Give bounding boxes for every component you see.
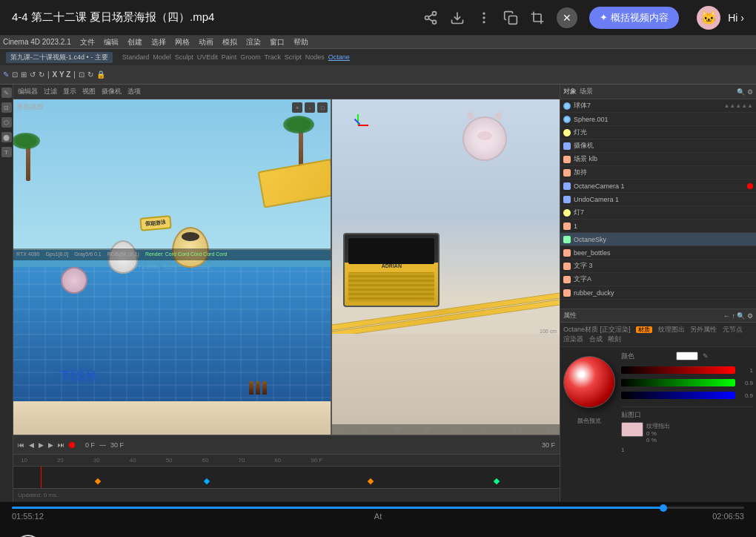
menu-create[interactable]: 创建: [127, 37, 142, 47]
texture-label: 贴图口: [621, 411, 641, 418]
menu-help[interactable]: 帮助: [294, 37, 308, 47]
toolbar-icon-1[interactable]: ✎: [3, 70, 9, 79]
timeline-end[interactable]: ⏭: [58, 441, 64, 449]
menu-cinema4d[interactable]: Cinema 4D 2023.2.1: [3, 38, 71, 46]
vp-frame-label: V: 0: [548, 427, 557, 432]
toolbar-move[interactable]: X Y Z: [53, 70, 71, 79]
obj-item-light[interactable]: 灯光: [560, 126, 756, 139]
keyframe-4[interactable]: [493, 478, 499, 484]
obj-item-grp1[interactable]: 1: [560, 220, 756, 233]
obj-item-light7[interactable]: 灯7: [560, 206, 756, 220]
left-panel-icon-2[interactable]: ⊡: [1, 102, 12, 113]
left-panel-icon-4[interactable]: ⬤: [1, 132, 12, 142]
render-info-bar: RTX 4090 Gpu1[8,0] Gray5/6 0.1 RGB(64,18…: [13, 248, 331, 260]
hi-button[interactable]: Hi ›: [728, 12, 744, 24]
menu-render[interactable]: 渲染: [246, 37, 261, 47]
viewport-menu-filter[interactable]: 过滤: [44, 87, 57, 96]
panel-tab-scene[interactable]: 场景: [580, 87, 593, 96]
share-button[interactable]: [423, 10, 438, 25]
obj-item-sphere001[interactable]: Sphere.001: [560, 113, 756, 126]
edit-color-icon[interactable]: ✎: [703, 352, 709, 360]
menu-animate[interactable]: 动画: [199, 37, 213, 47]
viewport-menu-editor[interactable]: 编辑器: [18, 87, 38, 96]
attr-preview-col: 颜色预览: [563, 350, 615, 453]
record-btn[interactable]: [69, 442, 75, 448]
obj-item-beer[interactable]: beer_bottles: [560, 246, 756, 260]
left-panel-icon-3[interactable]: ⬡: [1, 117, 12, 128]
vp-ctrl-1[interactable]: +: [292, 102, 302, 113]
green-bar[interactable]: [621, 379, 735, 386]
timeline-rewind[interactable]: ⏮: [18, 441, 24, 449]
progress-thumb[interactable]: [660, 504, 667, 512]
toolbar-rotate[interactable]: ↻: [87, 70, 93, 79]
toolbar-icon-3[interactable]: ⊞: [21, 70, 27, 79]
blue-bar[interactable]: [621, 392, 735, 399]
texture-thumb[interactable]: [621, 422, 643, 437]
obj-item-octanesky[interactable]: OctaneSky: [560, 233, 756, 246]
keyframe-2[interactable]: [204, 478, 210, 484]
copy-button[interactable]: [503, 10, 518, 25]
obj-item-persist[interactable]: 加持: [560, 166, 756, 179]
viewport-menu-camera[interactable]: 摄像机: [102, 87, 122, 96]
obj-item-undocam[interactable]: UndoCamera 1: [560, 193, 756, 206]
panel-tab-obj[interactable]: 对象: [563, 87, 577, 96]
vp-ctrl-2[interactable]: -: [305, 102, 315, 113]
viewport-menu-display[interactable]: 显示: [63, 87, 76, 96]
more-button[interactable]: [477, 10, 491, 25]
c4d-main: ✎ ⊡ ⬡ ⬤ T 编辑器 过滤 显示 视图 摄像机 选项: [0, 85, 756, 501]
menu-window[interactable]: 窗口: [270, 37, 285, 47]
toolbar-scale[interactable]: ⊡: [79, 70, 84, 79]
menu-mesh[interactable]: 网格: [175, 37, 190, 47]
obj-item-sphere7[interactable]: 球体7 ▲▲▲▲▲: [560, 99, 756, 113]
vp-nav-1[interactable]: ↔: [335, 427, 340, 432]
summary-button[interactable]: ✦ 概括视频内容: [589, 7, 679, 29]
vp-nav-2[interactable]: ↕: [366, 427, 369, 432]
vp-nav-5[interactable]: +: [456, 427, 459, 432]
playhead[interactable]: [41, 467, 42, 488]
menu-simulate[interactable]: 模拟: [222, 37, 237, 47]
toolbar-icon-2[interactable]: ⊡: [12, 70, 18, 79]
download-button[interactable]: [450, 10, 465, 25]
timeline-prev[interactable]: ◀: [29, 441, 34, 449]
keyframe-3[interactable]: [368, 478, 374, 484]
material-preview-sphere: [563, 356, 615, 408]
obj-item-text3[interactable]: 文字 3: [560, 260, 756, 273]
vp-nav-4[interactable]: ⊡: [425, 426, 430, 432]
crop-button[interactable]: [530, 10, 545, 25]
obj-icon-group4: [563, 249, 571, 257]
vp-ctrl-3[interactable]: □: [317, 102, 328, 113]
controls-row: ▶ 倍速 SWP 字幕 SWP 超清: [0, 524, 756, 537]
viewport-menu-view[interactable]: 视图: [82, 87, 96, 96]
menu-select[interactable]: 选择: [151, 37, 166, 47]
color-swatch-white[interactable]: [676, 352, 698, 360]
obj-name-11: OctaneSky: [574, 236, 606, 243]
active-tab[interactable]: 第九课-二十课视频-1.c4d • - 主要: [6, 52, 113, 63]
vp-nav-6[interactable]: -: [485, 427, 486, 432]
viewport-menu-options[interactable]: 选项: [127, 87, 141, 96]
obj-item-texta[interactable]: 文字A: [560, 273, 756, 286]
timeline-play[interactable]: ▶: [39, 441, 44, 449]
menu-edit[interactable]: 编辑: [104, 37, 119, 47]
toolbar-icon-5[interactable]: ↻: [39, 70, 44, 79]
timeline-next[interactable]: ▶: [48, 441, 53, 449]
menu-file[interactable]: 文件: [80, 37, 95, 47]
obj-item-scene[interactable]: 场景 klb: [560, 153, 756, 166]
timeline-track[interactable]: 102030405060708090 F: [13, 455, 560, 488]
vp-nav-3[interactable]: ⟳: [395, 426, 399, 432]
viewport-right[interactable]: ADRIAN PIKI 100 cm: [332, 99, 560, 435]
red-bar[interactable]: [621, 366, 735, 374]
obj-item-duck[interactable]: rubber_ducky: [560, 286, 756, 300]
close-button[interactable]: ✕: [557, 7, 577, 28]
keyframe-1[interactable]: [94, 478, 100, 484]
obj-item-octcam[interactable]: OctaneCamera 1: [560, 179, 756, 193]
viewport-left[interactable]: 透视视图 + - □: [13, 99, 332, 435]
left-panel-icon-1[interactable]: ✎: [1, 88, 12, 98]
attr-panel: 属性 ← ↑ 🔍 ⚙ Octane材质 [正交渲染] 材质 纹理图出 另外属性 …: [560, 309, 756, 501]
toolbar-icon-4[interactable]: ↺: [30, 70, 36, 79]
obj-item-camera[interactable]: 摄像机: [560, 139, 756, 153]
progress-track[interactable]: [12, 507, 744, 509]
avatar: 🐱: [697, 6, 720, 30]
attr-content-area: 颜色预览 颜色 ✎: [560, 347, 756, 456]
toolbar-lock[interactable]: 🔒: [96, 70, 105, 79]
left-panel-icon-5[interactable]: T: [1, 147, 12, 157]
